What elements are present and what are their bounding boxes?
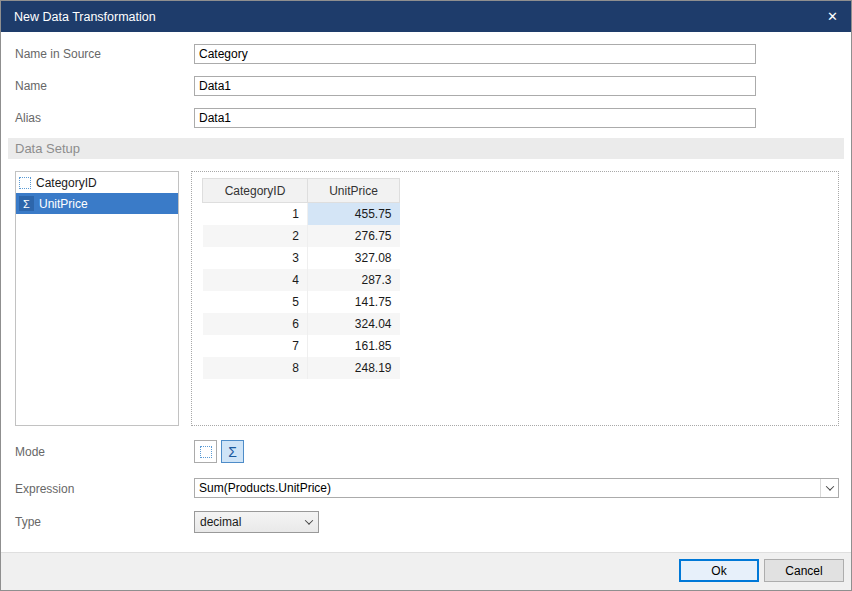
preview-grid: CategoryID UnitPrice 1 455.75 2 276.75 3… (202, 178, 400, 379)
list-item-label: UnitPrice (39, 197, 88, 211)
table-row: 5 141.75 (203, 291, 400, 313)
sigma-icon: Σ (228, 445, 237, 459)
window-title: New Data Transformation (14, 10, 156, 24)
mode-aggregate-button[interactable]: Σ (221, 440, 244, 463)
grid-cell[interactable]: 8 (203, 357, 308, 379)
alias-input[interactable] (194, 108, 756, 128)
grid-cell[interactable]: 5 (203, 291, 308, 313)
grid-header-categoryid[interactable]: CategoryID (203, 179, 308, 203)
grid-cell[interactable]: 324.04 (308, 313, 400, 335)
table-row: 3 327.08 (203, 247, 400, 269)
mode-dimension-button[interactable] (194, 440, 217, 463)
table-row: 4 287.3 (203, 269, 400, 291)
grid-cell[interactable]: 2 (203, 225, 308, 247)
preview-grid-panel: CategoryID UnitPrice 1 455.75 2 276.75 3… (191, 171, 839, 426)
type-label: Type (15, 515, 41, 529)
alias-label: Alias (15, 111, 41, 125)
expression-label: Expression (15, 482, 74, 496)
grid-header-row: CategoryID UnitPrice (203, 179, 400, 203)
type-combobox[interactable]: decimal (194, 511, 319, 533)
data-setup-section-header: Data Setup (8, 138, 844, 159)
list-item-categoryid[interactable]: CategoryID (16, 172, 178, 193)
dimension-icon (19, 177, 31, 189)
columns-list-panel: CategoryID Σ UnitPrice (15, 171, 179, 426)
grid-cell-selected[interactable]: 455.75 (308, 203, 400, 225)
expression-combobox (194, 478, 839, 498)
grid-cell[interactable]: 7 (203, 335, 308, 357)
table-row: 1 455.75 (203, 203, 400, 225)
table-row: 8 248.19 (203, 357, 400, 379)
table-row: 7 161.85 (203, 335, 400, 357)
list-item-unitprice[interactable]: Σ UnitPrice (16, 193, 178, 214)
grid-cell[interactable]: 161.85 (308, 335, 400, 357)
grid-cell[interactable]: 287.3 (308, 269, 400, 291)
grid-cell[interactable]: 276.75 (308, 225, 400, 247)
grid-cell[interactable]: 4 (203, 269, 308, 291)
close-icon[interactable]: ✕ (816, 9, 838, 24)
mode-button-group: Σ (194, 440, 244, 463)
grid-cell[interactable]: 248.19 (308, 357, 400, 379)
name-in-source-input[interactable] (194, 44, 756, 64)
expression-input[interactable] (195, 479, 820, 497)
grid-header-unitprice[interactable]: UnitPrice (308, 179, 400, 203)
type-selected-value: decimal (200, 515, 241, 529)
mode-label: Mode (15, 445, 45, 459)
cancel-button[interactable]: Cancel (764, 559, 844, 582)
dimension-icon (200, 446, 212, 458)
footer-bar: Ok Cancel (1, 552, 851, 590)
table-row: 6 324.04 (203, 313, 400, 335)
name-label: Name (15, 79, 47, 93)
table-row: 2 276.75 (203, 225, 400, 247)
ok-button[interactable]: Ok (679, 559, 759, 582)
grid-cell[interactable]: 327.08 (308, 247, 400, 269)
grid-cell[interactable]: 6 (203, 313, 308, 335)
grid-cell[interactable]: 3 (203, 247, 308, 269)
dropdown-arrow-icon[interactable] (820, 479, 838, 497)
name-input[interactable] (194, 76, 756, 96)
dropdown-arrow-icon[interactable] (300, 512, 318, 532)
grid-cell[interactable]: 141.75 (308, 291, 400, 313)
name-in-source-label: Name in Source (15, 47, 101, 61)
grid-cell[interactable]: 1 (203, 203, 308, 225)
list-item-label: CategoryID (36, 176, 97, 190)
new-data-transformation-dialog: New Data Transformation ✕ Name in Source… (0, 0, 852, 591)
sigma-icon: Σ (19, 196, 34, 211)
titlebar[interactable]: New Data Transformation ✕ (1, 1, 851, 32)
